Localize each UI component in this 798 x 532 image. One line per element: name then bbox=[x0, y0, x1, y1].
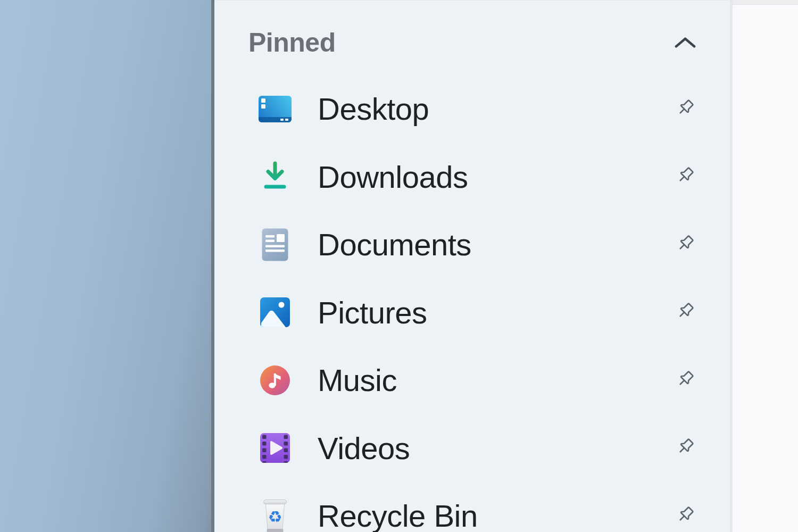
pinned-item-videos[interactable]: Videos bbox=[214, 414, 730, 483]
desktop-icon bbox=[258, 92, 292, 126]
pinned-item-pictures[interactable]: Pictures bbox=[214, 279, 730, 347]
pin-icon[interactable] bbox=[674, 302, 697, 323]
file-explorer-window: Pinned bbox=[0, 0, 798, 532]
pin-icon[interactable] bbox=[674, 505, 697, 527]
pictures-icon bbox=[258, 295, 292, 329]
files-pane-top-border bbox=[733, 0, 798, 5]
downloads-icon bbox=[258, 160, 292, 194]
chevron-up-icon[interactable] bbox=[674, 36, 696, 49]
pinned-item-label: Pictures bbox=[318, 295, 427, 330]
pinned-item-music[interactable]: Music bbox=[214, 346, 730, 414]
pinned-item-downloads[interactable]: Downloads bbox=[214, 143, 730, 211]
videos-icon bbox=[258, 431, 292, 465]
pinned-item-label: Videos bbox=[318, 430, 410, 466]
pinned-item-label: Documents bbox=[318, 227, 471, 262]
pinned-item-recycle-bin[interactable]: ♻ Recycle Bin bbox=[214, 482, 730, 532]
pin-icon[interactable] bbox=[674, 437, 697, 459]
navigation-pane: Pinned bbox=[214, 0, 730, 532]
files-pane bbox=[733, 0, 798, 532]
pin-icon[interactable] bbox=[674, 166, 697, 187]
pinned-items-list: Desktop bbox=[214, 75, 730, 532]
pinned-item-documents[interactable]: Documents bbox=[214, 211, 730, 279]
pinned-item-label: Recycle Bin bbox=[318, 498, 478, 532]
desktop-wallpaper bbox=[0, 0, 214, 532]
documents-icon bbox=[258, 228, 292, 262]
music-icon bbox=[258, 363, 292, 397]
pinned-item-desktop[interactable]: Desktop bbox=[214, 75, 730, 143]
pinned-item-label: Music bbox=[318, 362, 397, 398]
svg-text:♻: ♻ bbox=[268, 508, 282, 526]
pinned-item-label: Desktop bbox=[318, 91, 429, 127]
pinned-section-title: Pinned bbox=[248, 27, 336, 58]
pin-icon[interactable] bbox=[674, 98, 697, 120]
pinned-item-label: Downloads bbox=[318, 159, 468, 195]
pinned-section-header[interactable]: Pinned bbox=[214, 1, 730, 60]
recycle-bin-icon: ♻ bbox=[258, 499, 292, 532]
pin-icon[interactable] bbox=[674, 370, 697, 391]
pin-icon[interactable] bbox=[674, 234, 697, 255]
